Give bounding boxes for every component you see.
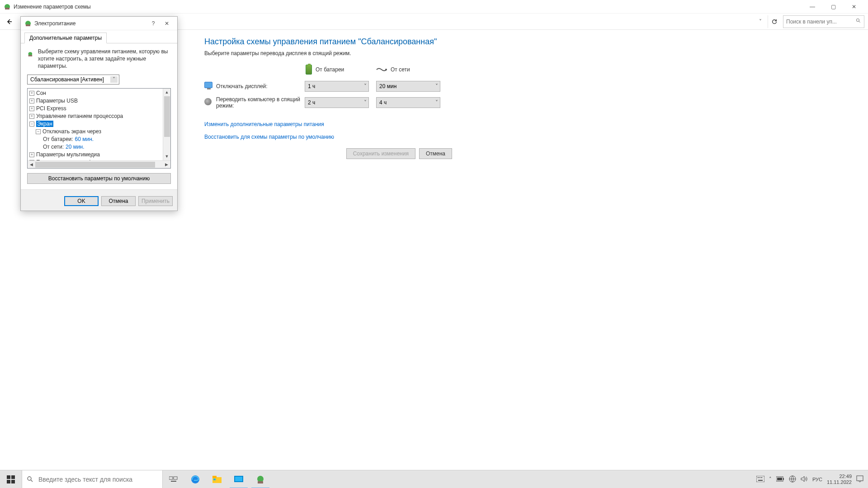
window-title: Изменение параметров схемы (14, 4, 802, 10)
settings-tree[interactable]: +Сон +Параметры USB +PCI Express +Управл… (27, 88, 171, 169)
taskbar-search[interactable] (22, 470, 163, 488)
column-header-ac-label: От сети (391, 66, 410, 73)
collapse-icon[interactable]: − (36, 129, 41, 134)
restore-defaults-button[interactable]: Восстановить параметры по умолчанию (27, 173, 171, 184)
link-restore-defaults[interactable]: Восстановить для схемы параметры по умол… (204, 134, 453, 140)
battery-icon (306, 65, 312, 75)
tree-vscrollbar[interactable]: ▲ ▼ (163, 89, 170, 160)
search-icon (27, 476, 34, 483)
svg-rect-31 (777, 478, 782, 480)
network-tray-icon[interactable] (789, 475, 796, 483)
display-off-ac-select[interactable]: 20 мин˅ (376, 81, 440, 92)
svg-point-22 (257, 476, 264, 482)
scroll-left-icon[interactable]: ◀ (28, 161, 35, 169)
tree-node-pci[interactable]: +PCI Express (28, 105, 170, 113)
help-button[interactable]: ? (146, 20, 160, 27)
dialog-title: Электропитание (34, 20, 146, 27)
language-indicator[interactable]: РУС (812, 477, 822, 482)
refresh-button[interactable] (768, 15, 780, 28)
cancel-button[interactable]: Отмена (101, 196, 136, 206)
scroll-right-icon[interactable]: ▶ (163, 161, 170, 169)
touch-keyboard-icon[interactable] (756, 476, 764, 483)
tree-leaf-ac[interactable]: От сети:20 мин. (28, 143, 170, 151)
clock[interactable]: 22:49 11.11.2022 (827, 474, 852, 484)
taskbar-app-power-options[interactable] (250, 470, 271, 488)
power-plan-select[interactable]: Сбалансированная [Активен] ˅ (27, 75, 119, 84)
dialog-close-button[interactable]: ✕ (160, 20, 174, 27)
sleep-ac-select[interactable]: 4 ч˅ (376, 97, 440, 108)
expand-icon[interactable]: + (29, 99, 34, 103)
svg-rect-23 (258, 481, 263, 483)
tree-node-screen[interactable]: −Экран (28, 120, 170, 128)
column-header-battery: От батареи (306, 65, 376, 75)
column-header-ac: От сети (376, 65, 447, 75)
svg-rect-28 (758, 480, 763, 481)
svg-point-12 (28, 477, 31, 480)
scroll-thumb[interactable] (164, 96, 170, 137)
power-options-icon (24, 20, 32, 27)
notifications-icon[interactable] (856, 475, 863, 483)
svg-rect-1 (5, 8, 9, 9)
scroll-thumb[interactable] (35, 162, 155, 168)
power-options-icon (4, 3, 11, 10)
tree-node-cpu[interactable]: +Управление питанием процессора (28, 113, 170, 120)
link-advanced-settings[interactable]: Изменить дополнительные параметры питани… (204, 121, 453, 127)
svg-rect-21 (235, 477, 242, 481)
display-icon (204, 82, 213, 91)
window-titlebar: Изменение параметров схемы — ▢ ✕ (0, 0, 868, 14)
ok-button[interactable]: OK (64, 196, 99, 206)
row-label-display: Отключать дисплей: (216, 83, 305, 89)
tree-node-usb[interactable]: +Параметры USB (28, 97, 170, 105)
breadcrumb-history-dropdown[interactable]: ˅ (756, 16, 765, 27)
svg-rect-13 (169, 477, 173, 479)
tree-node-sleep[interactable]: +Сон (28, 89, 170, 97)
scroll-up-icon[interactable]: ▲ (163, 89, 170, 96)
svg-point-3 (385, 69, 387, 70)
collapse-icon[interactable]: − (29, 122, 34, 127)
tab-advanced-params[interactable]: Дополнительные параметры (24, 33, 107, 43)
maximize-button[interactable]: ▢ (823, 0, 844, 14)
tree-node-multimedia[interactable]: +Параметры мультимедиа (28, 151, 170, 159)
svg-rect-15 (171, 481, 176, 482)
tray-overflow-icon[interactable]: ˄ (769, 476, 772, 482)
svg-rect-18 (212, 476, 217, 478)
svg-rect-11 (11, 480, 15, 483)
expand-icon[interactable]: + (29, 106, 34, 111)
taskbar-search-input[interactable] (38, 476, 158, 483)
svg-rect-30 (783, 478, 784, 480)
tree-node-screen-off[interactable]: −Отключать экран через (28, 128, 170, 136)
display-off-battery-select[interactable]: 1 ч˅ (305, 81, 369, 92)
windows-icon (7, 475, 15, 483)
svg-rect-7 (28, 55, 33, 56)
back-button[interactable] (4, 16, 14, 27)
chevron-down-icon: ˅ (435, 99, 438, 106)
chevron-down-icon: ˅ (364, 83, 367, 89)
expand-icon[interactable]: + (29, 91, 34, 96)
expand-icon[interactable]: + (29, 114, 34, 119)
advanced-power-dialog: Электропитание ? ✕ Дополнительные параме… (20, 16, 178, 211)
taskbar-app-edge[interactable] (184, 470, 206, 488)
volume-tray-icon[interactable] (801, 476, 808, 483)
svg-rect-25 (758, 477, 759, 478)
svg-rect-10 (7, 480, 10, 483)
taskbar-app-explorer[interactable] (206, 470, 228, 488)
search-field[interactable] (783, 15, 864, 28)
system-tray: ˄ РУС 22:49 11.11.2022 (756, 474, 868, 484)
task-view-button[interactable] (163, 470, 184, 488)
start-button[interactable] (0, 470, 22, 488)
sleep-battery-select[interactable]: 2 ч˅ (305, 97, 369, 108)
search-input[interactable] (786, 19, 856, 25)
expand-icon[interactable]: + (29, 152, 34, 157)
battery-tray-icon[interactable] (776, 476, 784, 483)
tree-hscrollbar[interactable]: ◀ ▶ (28, 160, 170, 168)
tree-leaf-batt[interactable]: От батареи:60 мин. (28, 136, 170, 143)
taskbar-app-settings[interactable] (228, 470, 250, 488)
dialog-tabstrip: Дополнительные параметры (21, 30, 177, 43)
minimize-button[interactable]: — (802, 0, 823, 14)
search-icon (856, 18, 861, 25)
chevron-down-icon: ˅ (110, 76, 118, 83)
close-button[interactable]: ✕ (844, 0, 864, 14)
plan-settings-panel: Настройка схемы управления питанием "Сба… (204, 37, 453, 159)
cancel-button[interactable]: Отмена (419, 148, 452, 159)
scroll-down-icon[interactable]: ▼ (163, 153, 170, 160)
